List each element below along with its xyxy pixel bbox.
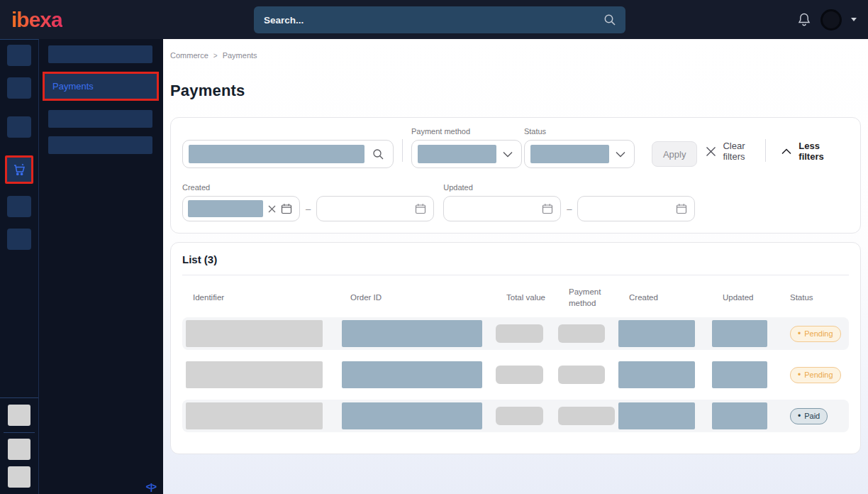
col-created: Created xyxy=(618,277,712,317)
redacted-updated xyxy=(712,402,767,429)
redacted-total-value xyxy=(496,366,543,384)
search-icon xyxy=(603,13,616,26)
updated-label: Updated xyxy=(443,183,695,192)
redacted-search-value xyxy=(189,145,365,163)
col-status: Status xyxy=(783,277,849,317)
redacted-order-id xyxy=(342,320,482,347)
filter-search-input[interactable] xyxy=(182,140,394,168)
sidebar-item-3[interactable] xyxy=(48,110,152,128)
user-menu-caret-icon[interactable] xyxy=(851,18,857,21)
less-filters-label: Less filters xyxy=(799,141,843,162)
redacted-identifier xyxy=(186,402,323,429)
filter-divider xyxy=(402,139,403,162)
redacted-total-value xyxy=(496,407,543,425)
created-from-input[interactable] xyxy=(182,196,300,221)
list-title: List (3) xyxy=(182,253,849,265)
breadcrumb-payments: Payments xyxy=(223,51,257,60)
redacted-payment-method xyxy=(558,366,605,384)
global-search[interactable] xyxy=(254,6,625,33)
redacted-payment-method xyxy=(558,407,615,425)
clear-date-icon[interactable] xyxy=(268,205,276,213)
top-bar-right xyxy=(797,9,857,31)
redacted-created xyxy=(618,320,695,347)
updated-from-input[interactable] xyxy=(443,196,561,221)
calendar-icon[interactable] xyxy=(676,203,687,214)
table-row[interactable]: Pending xyxy=(182,317,849,350)
chevron-down-icon xyxy=(616,151,625,158)
chevron-up-icon xyxy=(781,148,791,155)
created-range-group: Created xyxy=(182,183,434,221)
table-row[interactable]: Paid xyxy=(182,400,849,432)
redacted-updated xyxy=(712,361,767,388)
redacted-payment-method-value xyxy=(418,145,496,163)
breadcrumb: Commerce > Payments xyxy=(170,51,861,60)
main-content: Commerce > Payments Payments xyxy=(163,39,868,494)
col-identifier: Identifier xyxy=(182,277,340,317)
cart-icon xyxy=(11,162,27,177)
rail-bottom-item-3[interactable] xyxy=(8,466,30,488)
filters-row-1: Payment method Status xyxy=(182,127,849,168)
redacted-total-value xyxy=(496,324,543,343)
search-icon xyxy=(372,148,384,160)
apply-button[interactable]: Apply xyxy=(652,141,698,167)
calendar-icon[interactable] xyxy=(415,203,426,214)
status-label: Status xyxy=(524,127,635,136)
top-bar: ibexa xyxy=(0,0,868,39)
sidebar-item-payments-label: Payments xyxy=(52,81,94,92)
rail-item-5[interactable] xyxy=(7,196,31,217)
rail-bottom-item-2[interactable] xyxy=(8,439,30,460)
created-label: Created xyxy=(182,183,434,192)
calendar-icon[interactable] xyxy=(281,203,292,214)
sidebar-collapse-icon[interactable]: <|> xyxy=(146,482,156,492)
table-row[interactable]: Pending xyxy=(182,358,849,391)
status-badge: Pending xyxy=(790,367,841,383)
rail-item-3[interactable] xyxy=(7,116,31,138)
clear-filters-label: Clear filters xyxy=(723,141,765,162)
filters-row-2: Created xyxy=(182,183,849,221)
chevron-down-icon xyxy=(503,151,513,158)
clear-filters-button[interactable]: Clear filters xyxy=(706,141,765,162)
app-window: ibexa xyxy=(0,0,868,494)
rail-item-commerce-active[interactable] xyxy=(5,155,33,184)
sidebar-item-4[interactable] xyxy=(48,136,152,154)
redacted-updated xyxy=(712,320,767,347)
range-dash: – xyxy=(567,204,572,214)
status-select[interactable] xyxy=(524,140,635,168)
col-order-id: Order ID xyxy=(340,277,496,317)
col-payment-method: Payment method xyxy=(558,277,618,317)
redacted-order-id xyxy=(342,402,482,429)
created-to-input[interactable] xyxy=(316,196,434,221)
redacted-identifier xyxy=(186,320,323,347)
ibexa-logo: ibexa xyxy=(11,8,62,32)
redacted-order-id xyxy=(342,361,482,388)
status-group: Status xyxy=(524,127,635,168)
status-badge: Pending xyxy=(790,326,841,342)
payment-method-group: Payment method xyxy=(411,127,522,168)
sidebar-item-payments-active[interactable]: Payments xyxy=(43,72,159,101)
rail-bottom-item-1[interactable] xyxy=(8,405,30,426)
calendar-icon[interactable] xyxy=(542,203,553,214)
range-dash: – xyxy=(306,204,311,214)
updated-range-group: Updated xyxy=(443,183,695,221)
rail-item-2[interactable] xyxy=(7,77,31,99)
global-search-input[interactable] xyxy=(254,6,603,33)
sidebar-item-1[interactable] xyxy=(48,45,152,63)
col-updated: Updated xyxy=(712,277,783,317)
rail-item-6[interactable] xyxy=(7,229,31,250)
user-avatar[interactable] xyxy=(820,9,842,31)
rail-item-1[interactable] xyxy=(7,45,31,66)
filters-panel: Payment method Status xyxy=(170,117,861,234)
notifications-bell-icon[interactable] xyxy=(797,12,811,28)
redacted-identifier xyxy=(186,361,323,388)
less-filters-button[interactable]: Less filters xyxy=(781,141,843,162)
redacted-payment-method xyxy=(558,324,605,343)
table-header-row: Identifier Order ID Total value Payment … xyxy=(182,277,849,317)
breadcrumb-commerce[interactable]: Commerce xyxy=(170,51,208,60)
payments-list-panel: List (3) Identifier Order ID Total value… xyxy=(170,242,861,454)
redacted-created xyxy=(618,361,695,388)
updated-to-input[interactable] xyxy=(577,196,695,221)
icon-rail xyxy=(0,39,39,494)
payment-method-select[interactable] xyxy=(411,140,522,168)
close-icon xyxy=(706,146,716,157)
filter-divider xyxy=(765,139,766,162)
